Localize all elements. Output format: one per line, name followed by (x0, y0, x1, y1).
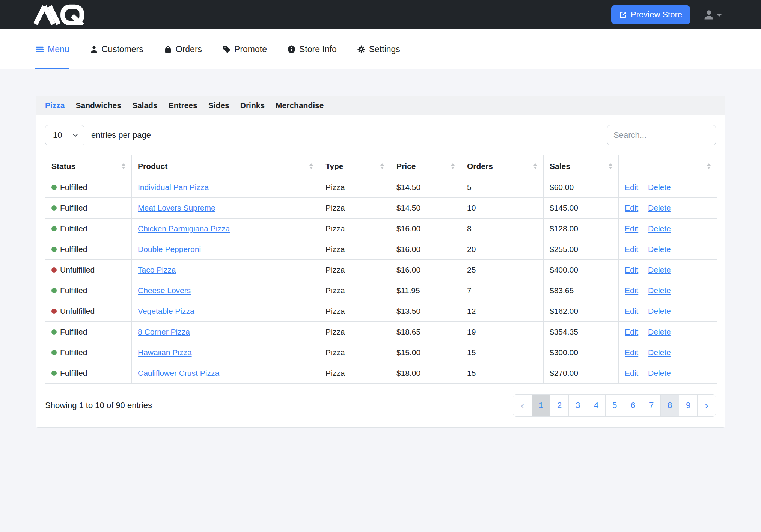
edit-link[interactable]: Edit (625, 286, 638, 295)
page-size-select[interactable]: 10 (45, 125, 84, 145)
pagination: ‹123456789› (513, 394, 716, 417)
delete-link[interactable]: Delete (648, 348, 671, 357)
sort-icon[interactable] (707, 163, 711, 169)
product-link[interactable]: Cauliflower Crust Pizza (138, 369, 219, 377)
product-link[interactable]: Hawaiian Pizza (138, 348, 192, 357)
table-row: Fulfilled 8 Corner Pizza Pizza $18.65 19… (45, 322, 717, 342)
delete-link[interactable]: Delete (648, 307, 671, 315)
table-controls: 10 entries per page (45, 125, 716, 145)
nav-item-orders[interactable]: Orders (164, 29, 202, 69)
status-dot-icon (51, 205, 57, 211)
column-header-sales[interactable]: Sales (544, 155, 619, 177)
product-link[interactable]: Individual Pan Pizza (138, 183, 209, 191)
delete-link[interactable]: Delete (648, 265, 671, 274)
pagination-prev-button[interactable]: ‹ (513, 395, 532, 416)
nav-item-store-info[interactable]: Store Info (287, 29, 337, 69)
status-dot-icon (51, 226, 57, 231)
edit-link[interactable]: Edit (625, 245, 638, 253)
pagination-page-5[interactable]: 5 (605, 395, 624, 416)
orders-cell: 20 (461, 239, 544, 260)
nav-item-label: Promote (234, 44, 267, 54)
delete-link[interactable]: Delete (648, 369, 671, 377)
nav-item-label: Menu (48, 44, 69, 54)
tab-drinks[interactable]: Drinks (240, 101, 265, 110)
tab-sandwiches[interactable]: Sandwiches (76, 101, 121, 110)
status-dot-icon (51, 185, 57, 190)
pagination-page-1[interactable]: 1 (532, 395, 550, 416)
product-link[interactable]: Meat Lovers Supreme (138, 203, 215, 212)
brand-logo[interactable] (33, 4, 97, 25)
column-header-price[interactable]: Price (390, 155, 461, 177)
nav-item-customers[interactable]: Customers (90, 29, 143, 69)
products-table: Status Product Type Price (45, 155, 717, 384)
tab-pizza[interactable]: Pizza (45, 101, 65, 110)
sales-cell: $400.00 (544, 260, 619, 280)
delete-link[interactable]: Delete (648, 327, 671, 336)
sort-icon[interactable] (451, 163, 455, 169)
delete-link[interactable]: Delete (648, 286, 671, 295)
pagination-page-7[interactable]: 7 (642, 395, 660, 416)
edit-link[interactable]: Edit (625, 307, 638, 315)
product-link[interactable]: 8 Corner Pizza (138, 327, 190, 336)
column-header-label: Status (51, 162, 75, 171)
type-cell: Pizza (319, 342, 390, 363)
table-row: Fulfilled Hawaiian Pizza Pizza $15.00 15… (45, 342, 717, 363)
sort-icon[interactable] (122, 163, 125, 169)
orders-cell: 8 (461, 219, 544, 239)
pagination-page-3[interactable]: 3 (568, 395, 587, 416)
pagination-page-2[interactable]: 2 (550, 395, 568, 416)
preview-store-button[interactable]: Preview Store (611, 5, 690, 24)
edit-link[interactable]: Edit (625, 183, 638, 191)
delete-link[interactable]: Delete (648, 183, 671, 191)
tab-salads[interactable]: Salads (132, 101, 158, 110)
edit-link[interactable]: Edit (625, 224, 638, 233)
edit-link[interactable]: Edit (625, 265, 638, 274)
sort-icon[interactable] (380, 163, 384, 169)
sort-icon[interactable] (309, 163, 313, 169)
product-link[interactable]: Taco Pizza (138, 265, 176, 274)
status-dot-icon (51, 247, 57, 252)
product-link[interactable]: Chicken Parmigiana Pizza (138, 224, 230, 233)
product-link[interactable]: Cheese Lovers (138, 286, 191, 295)
product-link[interactable]: Double Pepperoni (138, 245, 201, 253)
column-header-type[interactable]: Type (319, 155, 390, 177)
delete-link[interactable]: Delete (648, 224, 671, 233)
price-cell: $14.50 (390, 177, 461, 198)
entries-per-page-label: entries per page (91, 130, 151, 140)
info-circle-icon (287, 45, 296, 54)
column-header-orders[interactable]: Orders (461, 155, 544, 177)
page-size-value: 10 (53, 130, 62, 140)
sort-icon[interactable] (609, 163, 612, 169)
edit-link[interactable]: Edit (625, 203, 638, 212)
edit-link[interactable]: Edit (625, 369, 638, 377)
nav-item-promote[interactable]: Promote (222, 29, 267, 69)
pagination-page-8[interactable]: 8 (660, 395, 679, 416)
status-label: Fulfilled (60, 348, 87, 357)
column-header-status[interactable]: Status (45, 155, 132, 177)
table-footer: Showing 1 to 10 of 90 entries ‹123456789… (45, 394, 716, 417)
edit-link[interactable]: Edit (625, 348, 638, 357)
status-label: Fulfilled (60, 245, 87, 254)
pagination-page-4[interactable]: 4 (587, 395, 605, 416)
showing-entries-text: Showing 1 to 10 of 90 entries (45, 401, 152, 410)
user-menu[interactable] (703, 9, 722, 21)
column-header-actions[interactable] (619, 155, 717, 177)
tab-entrees[interactable]: Entrees (169, 101, 197, 110)
status-label: Fulfilled (60, 369, 87, 378)
delete-link[interactable]: Delete (648, 245, 671, 253)
tab-sides[interactable]: Sides (208, 101, 229, 110)
pagination-page-6[interactable]: 6 (624, 395, 642, 416)
column-header-product[interactable]: Product (132, 155, 319, 177)
table-row: Fulfilled Double Pepperoni Pizza $16.00 … (45, 239, 717, 260)
edit-link[interactable]: Edit (625, 327, 638, 336)
product-link[interactable]: Vegetable Pizza (138, 307, 194, 315)
nav-item-settings[interactable]: Settings (357, 29, 400, 69)
status-label: Unfulfilled (60, 265, 95, 274)
sort-icon[interactable] (533, 163, 537, 169)
nav-item-menu[interactable]: Menu (35, 29, 69, 69)
tab-merchandise[interactable]: Merchandise (276, 101, 324, 110)
delete-link[interactable]: Delete (648, 203, 671, 212)
pagination-next-button[interactable]: › (697, 395, 716, 416)
pagination-page-9[interactable]: 9 (679, 395, 697, 416)
search-input[interactable] (607, 125, 716, 145)
